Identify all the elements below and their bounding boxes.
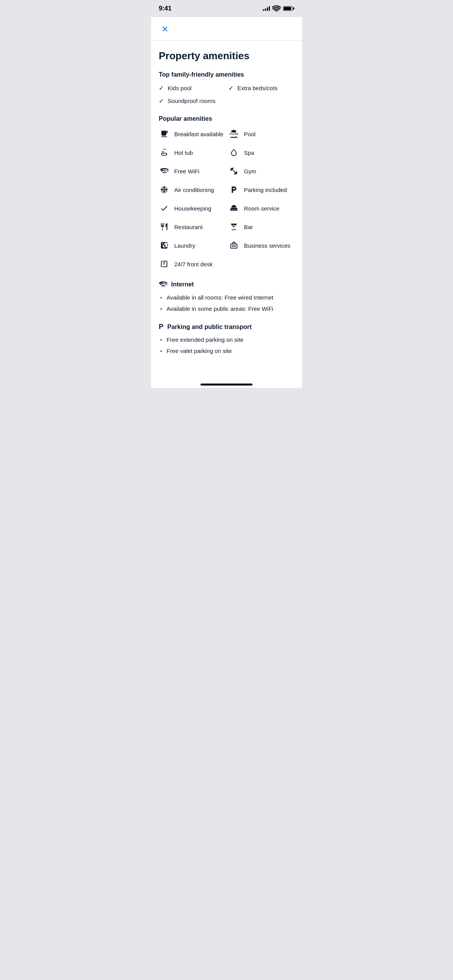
list-item: Hot tub xyxy=(159,147,225,158)
roomservice-icon xyxy=(228,203,239,214)
parking-section: P Parking and public transport • Free ex… xyxy=(159,323,294,354)
check-icon: ✓ xyxy=(159,97,164,105)
home-bar xyxy=(201,384,252,385)
family-amenities-grid: ✓ Kids pool ✓ Extra beds/cots ✓ Soundpro… xyxy=(159,84,294,105)
list-item: Housekeeping xyxy=(159,203,225,214)
signal-icon xyxy=(263,6,270,11)
popular-amenities-section: Popular amenities Breakfast available xyxy=(159,115,294,269)
family-section-title: Top family-friendly amenities xyxy=(159,71,294,78)
check-icon: ✓ xyxy=(159,84,164,92)
list-item: • Free valet parking on site xyxy=(159,348,294,354)
item-label: Air conditioning xyxy=(174,187,214,193)
wifi-status-icon xyxy=(272,5,281,12)
ac-icon xyxy=(159,184,170,195)
list-item: Parking included xyxy=(228,184,294,195)
bullet-icon: • xyxy=(160,349,162,354)
item-label: Business services xyxy=(244,242,290,249)
item-label: Extra beds/cots xyxy=(237,85,277,91)
parking-icon xyxy=(228,184,239,195)
item-label: Room service xyxy=(244,205,280,212)
item-label: Kids pool xyxy=(168,85,192,91)
item-label: 24/7 front desk xyxy=(174,261,213,267)
item-label: Soundproof rooms xyxy=(168,98,215,104)
battery-icon xyxy=(283,6,293,11)
page-title: Property amenities xyxy=(159,50,294,62)
bullet-icon: • xyxy=(160,338,162,343)
internet-section-title: Internet xyxy=(159,280,294,289)
home-indicator xyxy=(151,380,302,388)
bullet-icon: • xyxy=(160,307,162,312)
list-item: Bar xyxy=(228,221,294,232)
list-item: Air conditioning xyxy=(159,184,225,195)
list-item: Business services xyxy=(228,240,294,251)
hottub-icon xyxy=(159,147,170,158)
close-button[interactable]: ✕ xyxy=(159,23,171,36)
family-amenities-section: Top family-friendly amenities ✓ Kids poo… xyxy=(159,71,294,105)
item-label: Available in all rooms: Free wired Inter… xyxy=(166,294,273,301)
popular-section-title: Popular amenities xyxy=(159,115,294,122)
sheet-header: ✕ xyxy=(151,17,302,41)
list-item: Gym xyxy=(228,166,294,176)
laundry-icon xyxy=(159,240,170,251)
phone-container: 9:41 ✕ Property amenities xyxy=(151,0,302,388)
coffee-icon xyxy=(159,128,170,139)
list-item: Laundry xyxy=(159,240,225,251)
item-label: Free extended parking on site xyxy=(166,336,243,343)
internet-section: Internet • Available in all rooms: Free … xyxy=(159,280,294,312)
list-item: ✓ Soundproof rooms xyxy=(159,97,294,105)
popular-amenities-grid: Breakfast available Pool H xyxy=(159,128,294,269)
list-item: ✓ Kids pool xyxy=(159,84,225,92)
list-item: • Available in some public areas: Free W… xyxy=(159,305,294,312)
internet-list: • Available in all rooms: Free wired Int… xyxy=(159,294,294,312)
business-icon xyxy=(228,240,239,251)
spa-icon xyxy=(228,147,239,158)
list-item: Spa xyxy=(228,147,294,158)
item-label: Available in some public areas: Free WiF… xyxy=(166,305,273,312)
item-label: Hot tub xyxy=(174,149,193,156)
list-item: • Free extended parking on site xyxy=(159,336,294,343)
list-item: Free WiFi xyxy=(159,166,225,176)
item-label: Breakfast available xyxy=(174,131,223,137)
wifi-section-icon xyxy=(159,280,167,289)
gym-icon xyxy=(228,166,239,176)
status-icons xyxy=(263,5,293,12)
housekeeping-icon xyxy=(159,203,170,214)
parking-list: • Free extended parking on site • Free v… xyxy=(159,336,294,354)
list-item: Pool xyxy=(228,128,294,139)
item-label: Restaurant xyxy=(174,224,202,230)
list-item: ✓ Extra beds/cots xyxy=(228,84,294,92)
item-label: Gym xyxy=(244,168,256,175)
pool-icon xyxy=(228,128,239,139)
list-item: Restaurant xyxy=(159,221,225,232)
item-label: Pool xyxy=(244,131,256,137)
list-item: • Available in all rooms: Free wired Int… xyxy=(159,294,294,301)
status-bar: 9:41 xyxy=(151,0,302,17)
content-area: Property amenities Top family-friendly a… xyxy=(151,41,302,380)
frontdesk-icon xyxy=(159,259,170,269)
wifi-icon xyxy=(159,166,170,176)
item-label: Free WiFi xyxy=(174,168,199,175)
item-label: Laundry xyxy=(174,242,195,249)
list-item: 24/7 front desk xyxy=(159,259,294,269)
bullet-icon: • xyxy=(160,295,162,301)
restaurant-icon xyxy=(159,221,170,232)
item-label: Housekeeping xyxy=(174,205,211,212)
item-label: Free valet parking on site xyxy=(166,348,232,354)
parking-section-title: P Parking and public transport xyxy=(159,323,294,331)
item-label: Spa xyxy=(244,149,254,156)
status-time: 9:41 xyxy=(159,5,172,12)
list-item: Room service xyxy=(228,203,294,214)
close-icon: ✕ xyxy=(161,25,168,34)
parking-section-icon: P xyxy=(159,323,163,331)
item-label: Parking included xyxy=(244,187,287,193)
check-icon: ✓ xyxy=(228,84,233,92)
bottom-sheet: ✕ Property amenities Top family-friendly… xyxy=(151,17,302,388)
item-label: Bar xyxy=(244,224,253,230)
list-item: Breakfast available xyxy=(159,128,225,139)
bar-icon xyxy=(228,221,239,232)
